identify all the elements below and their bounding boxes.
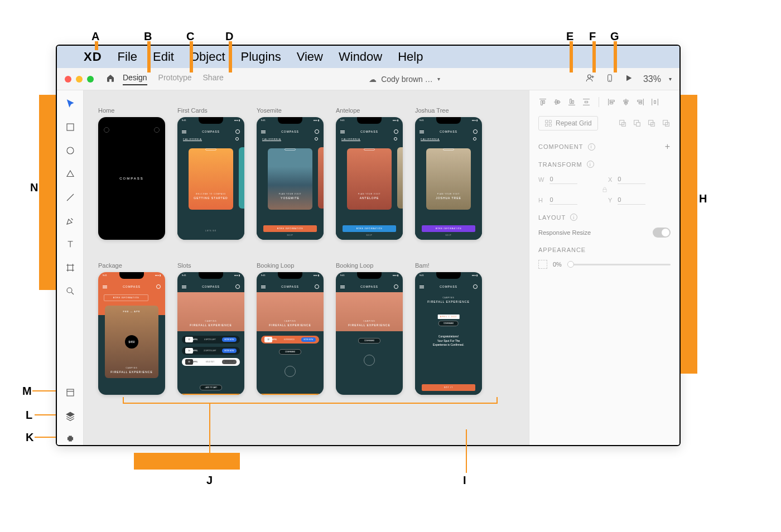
play-icon[interactable] — [624, 74, 633, 85]
callout-H-bar — [681, 95, 697, 374]
svg-rect-10 — [546, 124, 548, 126]
artboard-label[interactable]: Joshua Tree — [415, 107, 482, 114]
menu-file[interactable]: File — [118, 50, 137, 64]
distribute-v-icon[interactable] — [582, 98, 591, 107]
distribute-h-icon[interactable] — [650, 98, 659, 107]
boolean-exclude-icon[interactable] — [662, 119, 671, 128]
artboard-label[interactable]: Antelope — [336, 107, 403, 114]
xd-logo[interactable]: XD — [84, 50, 102, 64]
device-preview-icon[interactable] — [605, 74, 614, 85]
featured-card: PLAN YOUR VISITYOSEMITE — [268, 148, 312, 210]
menu-edit[interactable]: Edit — [153, 50, 174, 64]
rectangle-tool[interactable] — [65, 122, 76, 133]
lock-icon[interactable] — [601, 186, 608, 193]
search-icon — [235, 129, 240, 134]
callout-K-line — [35, 437, 56, 438]
assets-panel-icon[interactable] — [65, 387, 76, 398]
width-input[interactable] — [549, 175, 577, 184]
plugins-panel-icon[interactable] — [65, 434, 76, 445]
invite-user-icon[interactable] — [585, 73, 595, 85]
canvas-area[interactable]: Home COMPASS First Cards 9:41●●● ▮ COMPA… — [84, 90, 529, 445]
align-top-icon[interactable] — [538, 98, 547, 107]
svg-rect-9 — [549, 120, 551, 123]
polygon-tool[interactable] — [65, 168, 76, 180]
align-right-icon[interactable] — [636, 98, 645, 107]
menu-plugins[interactable]: Plugins — [241, 50, 281, 64]
artboard-label[interactable]: Home — [98, 107, 165, 114]
artboard-label[interactable]: Package — [98, 262, 165, 269]
artboard-label[interactable]: Booking Loop — [257, 262, 324, 269]
document-title[interactable]: ☁ Cody brown … ▾ — [232, 75, 577, 84]
callout-B-bar — [147, 41, 151, 72]
boolean-add-icon[interactable] — [618, 119, 627, 128]
callout-N: N — [30, 181, 38, 194]
transform-section: TRANSFORM i — [538, 161, 671, 168]
add-component-icon[interactable]: + — [665, 142, 671, 152]
boolean-subtract-icon[interactable] — [633, 119, 642, 128]
text-tool[interactable] — [65, 239, 76, 250]
callout-J: J — [206, 474, 213, 487]
home-icon[interactable] — [106, 74, 115, 85]
zoom-control[interactable]: 33% ▾ — [643, 74, 672, 84]
select-tool[interactable] — [65, 98, 76, 109]
mode-prototype[interactable]: Prototype — [158, 73, 192, 85]
y-input[interactable] — [618, 195, 645, 205]
artboard-firstcards[interactable]: 9:41●●● ▮ COMPASS CALIFORNIA WELCOME TO … — [177, 117, 244, 240]
artboard-label[interactable]: Bam! — [415, 262, 482, 269]
align-left-icon[interactable] — [607, 98, 616, 107]
callout-B: B — [144, 30, 152, 43]
opacity-slider[interactable] — [567, 264, 671, 265]
artboard-booking1[interactable]: 9:41●●● ▮ COMPASS CAMPINGFIREFALL EXPERI… — [257, 272, 324, 395]
featured-card: WELCOME TO COMPASSGETTING STARTED — [189, 148, 233, 210]
minimize-button[interactable] — [76, 76, 83, 83]
boolean-intersect-icon[interactable] — [647, 119, 656, 128]
align-bottom-icon[interactable] — [567, 98, 576, 107]
right-tools: 33% ▾ — [585, 73, 672, 85]
artboard-booking2[interactable]: 9:41●●● ▮ COMPASS CAMPINGFIREFALL EXPERI… — [336, 272, 403, 395]
window-controls — [65, 76, 94, 83]
align-hcenter-icon[interactable] — [621, 98, 630, 107]
artboard-bam[interactable]: 9:41●●● ▮ COMPASS CAMPING FIREFALL EXPER… — [415, 272, 482, 395]
badge: MORE INFORMATION — [104, 294, 148, 301]
info-icon[interactable]: i — [588, 143, 595, 151]
artboard-label[interactable]: Yosemite — [257, 107, 324, 114]
artboard-tool[interactable] — [65, 262, 76, 273]
artboard-home[interactable]: COMPASS — [98, 117, 165, 240]
artboard-label[interactable]: Slots — [177, 262, 244, 269]
menu-help[interactable]: Help — [398, 50, 423, 64]
maximize-button[interactable] — [87, 76, 94, 83]
zoom-tool[interactable] — [65, 286, 76, 297]
slot-row: 24APRIL22 SPOTS LEFTBOOK NOW — [182, 347, 240, 355]
opacity-icon — [538, 260, 547, 269]
artboard-package[interactable]: 9:41●●● ▮ COMPASS MORE INFORMATION FEB —… — [98, 272, 165, 395]
info-icon[interactable]: i — [587, 161, 594, 168]
repeat-grid-button[interactable]: Repeat Grid — [538, 116, 598, 130]
menu-view[interactable]: View — [297, 50, 323, 64]
artboard-yosemite[interactable]: 9:41●●● ▮ COMPASS CALIFORNIA PLAN YOUR V… — [257, 117, 324, 240]
x-input[interactable] — [618, 175, 645, 184]
mode-design[interactable]: Design — [123, 73, 147, 85]
callout-F-bar — [592, 41, 596, 72]
layers-panel-icon[interactable] — [65, 410, 76, 422]
artboard-slots[interactable]: 9:41●●● ▮ COMPASS CAMPINGFIREFALL EXPERI… — [177, 272, 244, 395]
info-icon[interactable]: i — [570, 214, 577, 221]
height-input[interactable] — [549, 195, 577, 205]
callout-G: G — [610, 30, 619, 43]
artboard-label[interactable]: First Cards — [177, 107, 244, 114]
mode-share[interactable]: Share — [203, 73, 224, 85]
layout-section: LAYOUT i — [538, 214, 671, 221]
responsive-toggle[interactable] — [653, 228, 671, 238]
artboard-label[interactable]: Booking Loop — [336, 262, 403, 269]
component-section: COMPONENT i + — [538, 142, 671, 152]
line-tool[interactable] — [65, 192, 76, 203]
artboard-antelope[interactable]: 9:41●●● ▮ COMPASS CALIFORNIA PLAN YOUR V… — [336, 117, 403, 240]
gotit-button: GOT IT — [422, 384, 475, 391]
artboard-joshua[interactable]: 9:41●●● ▮ COMPASS CALIFORNIA PLAN YOUR V… — [415, 117, 482, 240]
menu-object[interactable]: Object — [190, 50, 225, 64]
pen-tool[interactable] — [65, 215, 76, 226]
menu-window[interactable]: Window — [339, 50, 382, 64]
close-button[interactable] — [65, 76, 71, 83]
device-notch — [278, 117, 302, 124]
align-vcenter-icon[interactable] — [553, 98, 562, 107]
ellipse-tool[interactable] — [65, 145, 76, 156]
